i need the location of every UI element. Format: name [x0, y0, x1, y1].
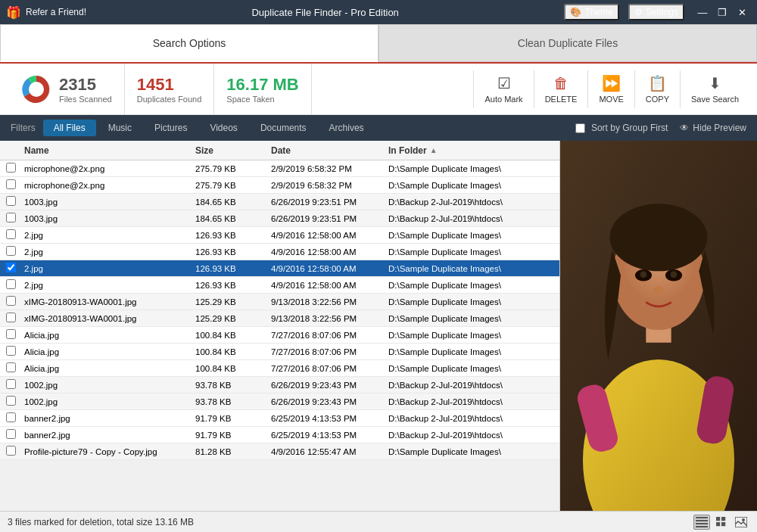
file-folder: D:\Backup 2-Jul-2019\htdocs\ — [385, 397, 556, 406]
row-checkbox[interactable] — [6, 362, 16, 372]
move-button[interactable]: ⏩ MOVE — [588, 64, 634, 114]
view-grid-icon[interactable] — [713, 515, 730, 530]
stats-bar: 2315 Files Scanned 1451 Duplicates Found… — [0, 64, 757, 115]
table-row[interactable]: 2.jpg126.93 KB4/9/2016 12:58:00 AMD:\Sam… — [0, 227, 559, 244]
status-bar: 3 files marked for deletion, total size … — [0, 511, 757, 532]
filter-all-files[interactable]: All Files — [43, 120, 96, 136]
delete-button[interactable]: 🗑 DELETE — [534, 64, 588, 114]
file-date: 7/27/2016 8:07:06 PM — [268, 364, 385, 373]
row-checkbox[interactable] — [6, 246, 16, 256]
hide-preview-button[interactable]: 👁 Hide Preview — [674, 120, 752, 135]
file-date: 4/9/2016 12:58:00 AM — [268, 247, 385, 257]
table-row[interactable]: Profile-picture79 - Copy - Copy.jpg81.28… — [0, 443, 559, 460]
filter-documents[interactable]: Documents — [250, 120, 317, 136]
file-size: 93.78 KB — [192, 397, 268, 406]
table-row[interactable]: Alicia.jpg100.84 KB7/27/2016 8:07:06 PMD… — [0, 344, 559, 360]
table-row[interactable]: Alicia.jpg100.84 KB7/27/2016 8:07:06 PMD… — [0, 327, 559, 344]
minimize-button[interactable]: — — [693, 5, 712, 20]
row-checkbox[interactable] — [6, 229, 16, 239]
theme-button[interactable]: 🎨 Theme — [564, 4, 618, 20]
file-date: 4/9/2016 12:58:00 AM — [268, 281, 385, 290]
row-checkbox[interactable] — [6, 396, 16, 406]
row-checkbox[interactable] — [6, 263, 16, 272]
row-checkbox[interactable] — [6, 213, 16, 222]
table-row[interactable]: 2.jpg126.93 KB4/9/2016 12:58:00 AMD:\Sam… — [0, 244, 559, 260]
filter-videos[interactable]: Videos — [199, 120, 248, 136]
duplicates-found-stat: 1451 Duplicates Found — [137, 75, 202, 104]
save-search-button[interactable]: ⬇ Save Search — [681, 64, 749, 114]
table-row[interactable]: banner2.jpg91.79 KB6/25/2019 4:13:53 PMD… — [0, 427, 559, 443]
table-row[interactable]: banner2.jpg91.79 KB6/25/2019 4:13:53 PMD… — [0, 410, 559, 427]
sort-arrow-icon: ▲ — [430, 146, 438, 154]
title-bar: 🎁 Refer a Friend! Duplicate File Finder … — [0, 0, 757, 24]
close-button[interactable]: ✕ — [733, 5, 751, 20]
col-name[interactable]: Name — [21, 145, 192, 156]
file-folder: D:\Backup 2-Jul-2019\htdocs\ — [385, 414, 556, 423]
file-date: 6/26/2019 9:23:43 PM — [268, 397, 385, 406]
row-checkbox[interactable] — [6, 379, 16, 389]
row-checkbox[interactable] — [6, 279, 16, 289]
svg-rect-18 — [716, 517, 720, 521]
duplicates-label: Duplicates Found — [137, 95, 202, 104]
filter-music[interactable]: Music — [98, 120, 142, 136]
sort-by-group-checkbox[interactable] — [575, 123, 585, 133]
row-checkbox[interactable] — [6, 446, 16, 456]
table-row[interactable]: microphone@2x.png275.79 KB2/9/2019 6:58:… — [0, 160, 559, 177]
row-checkbox[interactable] — [6, 346, 16, 356]
table-row[interactable]: microphone@2x.png275.79 KB2/9/2019 6:58:… — [0, 177, 559, 194]
delete-icon: 🗑 — [553, 75, 569, 92]
view-icons — [693, 515, 749, 530]
file-date: 7/27/2016 8:07:06 PM — [268, 347, 385, 356]
move-icon: ⏩ — [602, 74, 621, 92]
table-row[interactable]: 2.jpg126.93 KB4/9/2016 12:58:00 AMD:\Sam… — [0, 260, 559, 277]
table-row[interactable]: Alicia.jpg100.84 KB7/27/2016 8:07:06 PMD… — [0, 360, 559, 377]
file-size: 275.79 KB — [192, 181, 268, 190]
row-checkbox[interactable] — [6, 329, 16, 339]
settings-button[interactable]: ⚙ Settings — [628, 4, 684, 20]
row-checkbox[interactable] — [6, 196, 16, 206]
file-name: 2.jpg — [21, 231, 192, 240]
svg-point-8 — [610, 204, 708, 271]
file-name: microphone@2x.png — [21, 181, 192, 190]
row-checkbox[interactable] — [6, 296, 16, 306]
table-row[interactable]: 2.jpg126.93 KB4/9/2016 12:58:00 AMD:\Sam… — [0, 277, 559, 294]
file-size: 125.29 KB — [192, 297, 268, 306]
view-image-icon[interactable] — [733, 515, 749, 530]
row-checkbox[interactable] — [6, 429, 16, 439]
copy-button[interactable]: 📋 COPY — [635, 64, 680, 114]
view-list-icon[interactable] — [693, 515, 710, 530]
col-folder[interactable]: In Folder ▲ — [385, 145, 556, 156]
file-size: 93.78 KB — [192, 381, 268, 390]
restore-button[interactable]: ❐ — [713, 5, 731, 20]
files-scanned-number: 2315 — [59, 75, 112, 95]
refer-label[interactable]: Refer a Friend! — [26, 7, 86, 17]
table-row[interactable]: xIMG-20180913-WA0001.jpg125.29 KB9/13/20… — [0, 294, 559, 310]
row-checkbox[interactable] — [6, 313, 16, 322]
app-logo: 🎁 — [6, 5, 21, 20]
auto-mark-button[interactable]: ☑ Auto Mark — [474, 64, 533, 114]
table-row[interactable]: 1002.jpg93.78 KB6/26/2019 9:23:43 PMD:\B… — [0, 377, 559, 394]
tab-search-options[interactable]: Search Options — [0, 24, 378, 62]
filter-bar: Filters All Files Music Pictures Videos … — [0, 115, 757, 141]
table-row[interactable]: 1002.jpg93.78 KB6/26/2019 9:23:43 PMD:\B… — [0, 394, 559, 410]
file-list-scroll[interactable]: microphone@2x.png275.79 KB2/9/2019 6:58:… — [0, 160, 559, 511]
col-date[interactable]: Date — [268, 145, 385, 156]
row-checkbox[interactable] — [6, 163, 16, 173]
filter-archives[interactable]: Archives — [319, 120, 375, 136]
row-checkbox[interactable] — [6, 412, 16, 422]
col-size[interactable]: Size — [192, 145, 268, 156]
file-date: 4/9/2016 12:55:47 AM — [268, 447, 385, 456]
svg-point-13 — [653, 286, 663, 294]
file-folder: D:\Sample Duplicate Images\ — [385, 297, 556, 306]
svg-point-12 — [671, 271, 678, 278]
filter-pictures[interactable]: Pictures — [144, 120, 198, 136]
file-folder: D:\Sample Duplicate Images\ — [385, 264, 556, 273]
svg-rect-21 — [721, 522, 725, 526]
table-row[interactable]: 1003.jpg184.65 KB6/26/2019 9:23:51 PMD:\… — [0, 210, 559, 227]
file-date: 9/13/2018 3:22:56 PM — [268, 297, 385, 306]
row-checkbox[interactable] — [6, 179, 16, 189]
tab-clean-duplicates[interactable]: Clean Duplicate Files — [378, 24, 757, 62]
table-row[interactable]: xIMG-20180913-WA0001.jpg125.29 KB9/13/20… — [0, 310, 559, 327]
table-row[interactable]: 1003.jpg184.65 KB6/26/2019 9:23:51 PMD:\… — [0, 194, 559, 210]
file-date: 6/25/2019 4:13:53 PM — [268, 414, 385, 423]
